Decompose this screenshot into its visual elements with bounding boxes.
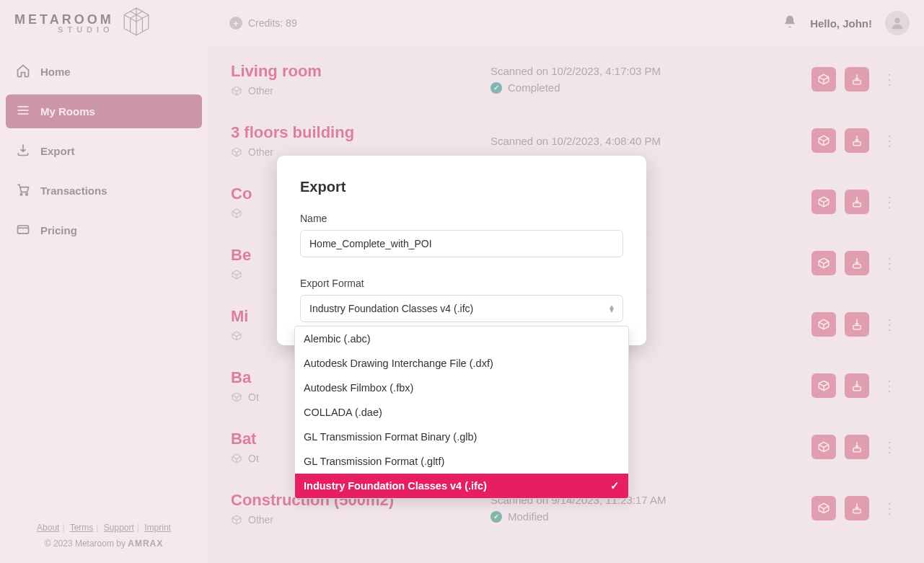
room-row: Living room Other Scanned on 10/2/2023, … xyxy=(231,62,901,110)
view-3d-button[interactable] xyxy=(811,67,836,92)
svg-rect-7 xyxy=(18,226,29,234)
room-type: Other xyxy=(231,85,490,97)
list-icon xyxy=(16,103,30,120)
topbar: METAROOM STUDIO + Credits: 89 Hello, Joh… xyxy=(0,0,924,46)
about-link[interactable]: About xyxy=(37,523,59,533)
svg-point-6 xyxy=(26,193,28,195)
brand-name: METAROOM xyxy=(14,13,114,26)
view-3d-button[interactable] xyxy=(811,373,836,398)
room-title[interactable]: Living room xyxy=(231,62,490,81)
format-selected-value: Industry Foundation Classes v4 (.ifc) xyxy=(309,303,473,314)
export-button[interactable] xyxy=(845,251,869,275)
greeting: Hello, John! xyxy=(810,17,872,30)
credits-label: Credits: 89 xyxy=(248,17,297,29)
sidebar-item-label: Pricing xyxy=(40,224,77,236)
more-menu-button[interactable]: ⋮ xyxy=(878,377,901,394)
avatar[interactable] xyxy=(885,11,910,35)
svg-rect-43 xyxy=(853,448,861,452)
more-menu-button[interactable]: ⋮ xyxy=(878,438,901,456)
view-3d-button[interactable] xyxy=(811,251,836,275)
view-3d-button[interactable] xyxy=(811,312,836,337)
export-button[interactable] xyxy=(845,312,869,337)
copyright: © 2023 Metaroom by AMRAX xyxy=(10,538,198,549)
card-icon xyxy=(16,222,30,239)
format-label: Export Format xyxy=(300,278,623,289)
format-option[interactable]: Autodesk Filmbox (.fbx)✓ xyxy=(295,376,628,400)
imprint-link[interactable]: Imprint xyxy=(144,523,171,533)
svg-rect-18 xyxy=(853,142,861,146)
format-option[interactable]: COLLADA (.dae)✓ xyxy=(295,400,628,425)
brand-sub: STUDIO xyxy=(58,26,114,34)
chevron-updown-icon: ▴▾ xyxy=(610,305,614,312)
svg-rect-38 xyxy=(853,387,861,391)
more-menu-button[interactable]: ⋮ xyxy=(878,71,901,88)
svg-rect-23 xyxy=(853,203,861,207)
add-credits-icon[interactable]: + xyxy=(229,17,242,30)
format-option[interactable]: GL Transmission Format (.gltf)✓ xyxy=(295,449,628,474)
sidebar-item-my-rooms[interactable]: My Rooms xyxy=(6,94,202,128)
room-status: ✓Completed xyxy=(490,81,811,94)
scanned-date: Scanned on 10/2/2023, 4:17:03 PM xyxy=(490,65,811,77)
format-option[interactable]: Industry Foundation Classes v4 (.ifc)✓ xyxy=(295,474,628,498)
logo-cube-icon xyxy=(121,6,151,40)
brand: METAROOM STUDIO xyxy=(14,6,208,40)
svg-rect-33 xyxy=(853,326,861,329)
format-option[interactable]: GL Transmission Format Binary (.glb)✓ xyxy=(295,425,628,449)
sidebar: Home My Rooms Export Transactions Pricin… xyxy=(0,46,208,563)
sidebar-item-export[interactable]: Export xyxy=(6,134,202,168)
svg-rect-13 xyxy=(853,81,861,84)
format-select[interactable]: Industry Foundation Classes v4 (.ifc) ▴▾ xyxy=(300,295,623,322)
svg-rect-28 xyxy=(853,265,861,268)
bell-icon[interactable] xyxy=(783,14,797,32)
sidebar-item-pricing[interactable]: Pricing xyxy=(6,213,202,247)
sidebar-item-transactions[interactable]: Transactions xyxy=(6,174,202,208)
name-label: Name xyxy=(300,213,623,224)
svg-rect-48 xyxy=(853,510,861,513)
more-menu-button[interactable]: ⋮ xyxy=(878,193,901,210)
export-button[interactable] xyxy=(845,190,869,214)
export-button[interactable] xyxy=(845,496,869,520)
sidebar-item-home[interactable]: Home xyxy=(6,55,202,89)
sidebar-item-label: My Rooms xyxy=(40,105,95,118)
export-button[interactable] xyxy=(845,435,869,459)
check-icon: ✓ xyxy=(490,511,502,523)
room-title[interactable]: 3 floors building xyxy=(231,123,490,142)
more-menu-button[interactable]: ⋮ xyxy=(878,500,901,517)
sidebar-item-label: Transactions xyxy=(40,185,107,197)
format-option[interactable]: Alembic (.abc)✓ xyxy=(295,327,628,351)
credits[interactable]: + Credits: 89 xyxy=(229,17,297,30)
view-3d-button[interactable] xyxy=(811,496,836,520)
support-link[interactable]: Support xyxy=(104,523,134,533)
sidebar-item-label: Home xyxy=(40,66,71,78)
modal-title: Export xyxy=(300,179,623,195)
room-type: Other xyxy=(231,514,490,526)
format-option[interactable]: Autodesk Drawing Interchange File (.dxf)… xyxy=(295,351,628,376)
download-icon xyxy=(16,143,30,159)
more-menu-button[interactable]: ⋮ xyxy=(878,254,901,272)
sidebar-item-label: Export xyxy=(40,145,75,157)
sidebar-footer: About| Terms| Support| Imprint © 2023 Me… xyxy=(6,513,202,554)
terms-link[interactable]: Terms xyxy=(70,523,94,533)
more-menu-button[interactable]: ⋮ xyxy=(878,132,901,149)
check-icon: ✓ xyxy=(610,480,620,492)
svg-point-1 xyxy=(894,18,899,23)
export-modal: Export Name Export Format Industry Found… xyxy=(277,156,646,345)
cart-icon xyxy=(16,182,30,199)
more-menu-button[interactable]: ⋮ xyxy=(878,316,901,333)
view-3d-button[interactable] xyxy=(811,190,836,214)
room-status: ✓Modified xyxy=(490,510,811,523)
view-3d-button[interactable] xyxy=(811,435,836,459)
svg-point-5 xyxy=(20,193,22,195)
scanned-date: Scanned on 10/2/2023, 4:08:40 PM xyxy=(490,135,811,147)
check-icon: ✓ xyxy=(490,82,502,94)
export-button[interactable] xyxy=(845,373,869,398)
export-button[interactable] xyxy=(845,128,869,153)
export-button[interactable] xyxy=(845,67,869,92)
home-icon xyxy=(16,63,30,80)
view-3d-button[interactable] xyxy=(811,128,836,153)
format-dropdown: Alembic (.abc)✓Autodesk Drawing Intercha… xyxy=(294,326,629,499)
export-name-input[interactable] xyxy=(300,230,623,257)
